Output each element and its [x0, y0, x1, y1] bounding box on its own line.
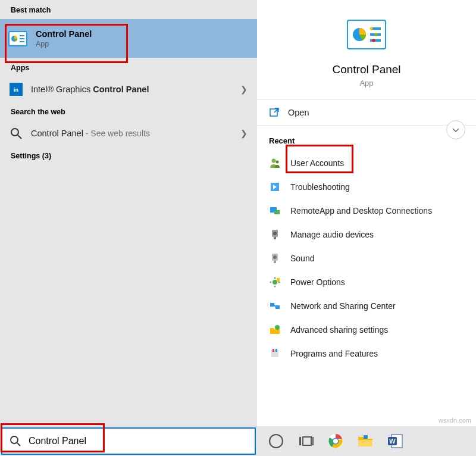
- svg-point-18: [272, 159, 276, 163]
- svg-rect-13: [370, 39, 381, 42]
- watermark: wsxdn.com: [439, 417, 471, 424]
- recent-item-label: Troubleshooting: [290, 182, 350, 192]
- recent-item-label: Power Options: [290, 277, 345, 287]
- recent-item-label: Manage audio devices: [290, 230, 374, 239]
- recent-item-label: Sound: [290, 254, 314, 263]
- hero: Control Panel App: [257, 0, 476, 100]
- best-match-title: Control Panel: [36, 29, 92, 39]
- section-search-web: Search the web: [0, 102, 257, 121]
- hero-title: Control Panel: [332, 63, 400, 76]
- svg-rect-2: [20, 35, 24, 36]
- svg-line-8: [18, 135, 21, 139]
- svg-point-34: [275, 325, 280, 330]
- svg-line-33: [274, 305, 275, 307]
- svg-point-29: [273, 280, 277, 285]
- svg-rect-28: [274, 261, 276, 263]
- recent-item[interactable]: RemoteApp and Desktop Connections: [257, 199, 476, 223]
- chevron-down-icon: [452, 126, 460, 134]
- search-results-pane: Best match Control Panel App Apps in Int…: [0, 0, 257, 426]
- section-settings[interactable]: Settings (3): [0, 146, 257, 165]
- search-box[interactable]: [1, 427, 256, 455]
- svg-point-46: [333, 439, 338, 443]
- svg-rect-4: [20, 41, 24, 42]
- open-icon: [269, 107, 280, 118]
- section-apps: Apps: [0, 58, 257, 77]
- svg-rect-35: [271, 350, 278, 357]
- recent-item[interactable]: Troubleshooting: [257, 175, 476, 199]
- svg-rect-43: [312, 437, 314, 445]
- recent-item[interactable]: Manage audio devices: [257, 223, 476, 246]
- taskbar: W: [0, 426, 476, 456]
- web-item-label: Control Panel - See web results: [31, 129, 240, 138]
- svg-point-19: [276, 161, 279, 164]
- svg-rect-22: [274, 210, 280, 214]
- recent-list: User AccountsTroubleshootingRemoteApp an…: [257, 151, 476, 366]
- svg-point-7: [11, 129, 18, 136]
- svg-rect-48: [364, 435, 368, 439]
- recent-item[interactable]: Network and Sharing Center: [257, 294, 476, 318]
- chevron-right-icon: ❯: [240, 129, 248, 138]
- intel-icon: in: [10, 83, 23, 96]
- svg-line-39: [17, 443, 20, 446]
- cortana-icon[interactable]: [268, 433, 284, 449]
- troubleshooting-icon: [269, 181, 281, 193]
- recent-item-label: RemoteApp and Desktop Connections: [290, 206, 432, 215]
- audio-icon: [269, 229, 281, 241]
- svg-point-24: [273, 232, 277, 235]
- best-match-item[interactable]: Control Panel App: [0, 19, 257, 58]
- recent-item[interactable]: Sound: [257, 246, 476, 270]
- chrome-icon[interactable]: [327, 433, 344, 449]
- svg-rect-37: [275, 349, 277, 352]
- expand-button[interactable]: [446, 120, 465, 139]
- svg-point-38: [11, 436, 18, 443]
- svg-point-14: [370, 27, 373, 30]
- recent-item-label: Programs and Features: [290, 349, 378, 358]
- file-explorer-icon[interactable]: [357, 433, 374, 449]
- svg-rect-3: [20, 38, 24, 39]
- task-view-icon[interactable]: [298, 433, 314, 449]
- open-label: Open: [288, 108, 309, 117]
- svg-rect-36: [273, 349, 274, 352]
- svg-rect-30: [277, 278, 280, 282]
- recent-item-label: User Accounts: [290, 158, 344, 168]
- network-icon: [269, 300, 281, 312]
- word-icon[interactable]: W: [387, 433, 403, 449]
- svg-point-27: [273, 255, 277, 259]
- control-panel-icon: [346, 18, 387, 51]
- svg-rect-25: [274, 237, 276, 239]
- sharing-icon: [269, 324, 281, 336]
- svg-rect-31: [270, 303, 274, 307]
- detail-pane: Control Panel App Open Recent User Accou…: [257, 0, 476, 426]
- search-icon: [10, 435, 21, 447]
- recent-item-label: Network and Sharing Center: [290, 301, 396, 311]
- svg-point-40: [270, 435, 283, 448]
- programs-icon: [269, 348, 281, 360]
- open-action[interactable]: Open: [257, 100, 476, 125]
- svg-rect-41: [299, 437, 301, 445]
- section-best-match: Best match: [0, 0, 257, 19]
- power-icon: [269, 276, 281, 288]
- hero-subtitle: App: [359, 79, 373, 88]
- svg-rect-42: [303, 437, 311, 445]
- svg-text:in: in: [14, 87, 18, 93]
- svg-point-15: [375, 33, 378, 36]
- svg-rect-47: [358, 440, 372, 446]
- section-recent: Recent: [257, 126, 476, 151]
- svg-point-16: [372, 39, 375, 42]
- web-item[interactable]: Control Panel - See web results ❯: [0, 121, 257, 146]
- apps-item-label: Intel® Graphics Control Panel: [31, 85, 240, 94]
- recent-item[interactable]: User Accounts: [257, 151, 476, 175]
- best-match-subtitle: App: [36, 40, 92, 48]
- sound-icon: [269, 252, 281, 264]
- recent-item[interactable]: Power Options: [257, 270, 476, 294]
- recent-item[interactable]: Advanced sharing settings: [257, 318, 476, 342]
- svg-rect-32: [275, 305, 280, 309]
- control-panel-icon: [8, 29, 27, 48]
- search-icon: [10, 127, 23, 140]
- apps-item-intel[interactable]: in Intel® Graphics Control Panel ❯: [0, 77, 257, 102]
- search-input[interactable]: [29, 436, 255, 446]
- svg-text:W: W: [389, 438, 396, 445]
- user-accounts-icon: [269, 157, 281, 169]
- recent-item[interactable]: Programs and Features: [257, 342, 476, 366]
- chevron-right-icon: ❯: [240, 85, 248, 94]
